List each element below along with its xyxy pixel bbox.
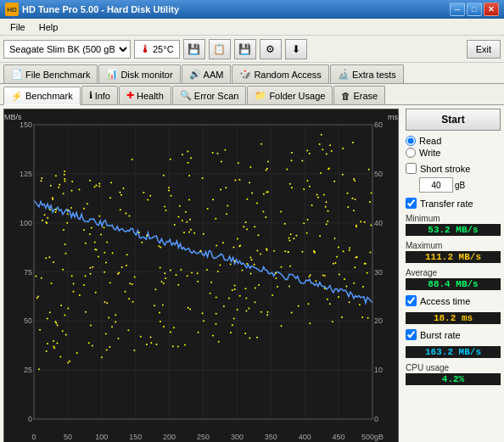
right-panel: Start Read Write Short stroke gB Transfe…: [402, 105, 504, 442]
minimum-value: 53.2 MB/s: [406, 224, 501, 236]
read-radio[interactable]: [406, 136, 416, 146]
write-label: Write: [419, 148, 440, 158]
file-benchmark-icon: 📄: [11, 69, 23, 80]
disk-monitor-icon: 📊: [106, 69, 118, 80]
toolbar-btn-1[interactable]: 💾: [183, 39, 205, 59]
maximum-value: 111.2 MB/s: [406, 251, 501, 263]
thermometer-icon: 🌡: [140, 42, 151, 55]
read-write-options: Read Write: [406, 136, 501, 158]
minimum-section: Minimum 53.2 MB/s: [406, 214, 501, 236]
short-stroke-label: Short stroke: [420, 164, 470, 174]
tab-random-access[interactable]: 🎲 Random Access: [232, 64, 328, 83]
tab-aam[interactable]: 🔊 AAM: [182, 64, 232, 83]
access-time-option[interactable]: Access time: [406, 295, 501, 306]
maximum-label: Maximum: [406, 241, 501, 250]
average-section: Average 88.4 MB/s: [406, 268, 501, 290]
close-button[interactable]: ✕: [484, 3, 499, 16]
average-value: 88.4 MB/s: [406, 278, 501, 290]
main-content: Start Read Write Short stroke gB Transfe…: [0, 105, 504, 442]
tab-erase[interactable]: 🗑 Erase: [333, 86, 385, 104]
burst-rate-label: Burst rate: [420, 330, 461, 340]
transfer-rate-option[interactable]: Transfer rate: [406, 198, 501, 209]
health-icon: ✚: [126, 90, 134, 101]
read-option[interactable]: Read: [406, 136, 501, 146]
tabs-row-2: ⚡ Benchmark ℹ Info ✚ Health 🔍 Error Scan…: [0, 84, 504, 105]
tab-file-benchmark[interactable]: 📄 File Benchmark: [3, 64, 98, 83]
minimum-label: Minimum: [406, 214, 501, 223]
toolbar-btn-5[interactable]: ⬇: [285, 39, 307, 59]
title-text: HD Tune Pro 5.00 - Hard Disk Utility: [22, 4, 450, 14]
burst-rate-value-section: 163.2 MB/s: [406, 345, 501, 358]
gB-spinbox[interactable]: [419, 177, 453, 193]
menu-help[interactable]: Help: [32, 20, 65, 34]
extra-tests-icon: 🔬: [338, 69, 350, 80]
write-option[interactable]: Write: [406, 148, 501, 158]
access-time-value: 18.2 ms: [406, 312, 501, 324]
write-radio[interactable]: [406, 148, 416, 158]
tabs-row-1: 📄 File Benchmark 📊 Disk monitor 🔊 AAM 🎲 …: [0, 63, 504, 84]
random-access-icon: 🎲: [239, 69, 251, 80]
tab-info[interactable]: ℹ Info: [81, 86, 118, 104]
toolbar-btn-4[interactable]: ⚙: [260, 39, 282, 59]
average-label: Average: [406, 268, 501, 277]
tab-extra-tests[interactable]: 🔬 Extra tests: [330, 64, 404, 83]
spinbox-container: gB: [419, 177, 501, 193]
short-stroke-option[interactable]: Short stroke: [406, 163, 501, 174]
tab-folder-usage[interactable]: 📁 Folder Usage: [247, 86, 333, 104]
access-time-checkbox[interactable]: [406, 295, 417, 306]
chart-area: [3, 109, 399, 442]
toolbar: Seagate Slim BK (500 gB) 🌡 25°C 💾 📋 💾 ⚙ …: [0, 36, 504, 63]
burst-rate-option[interactable]: Burst rate: [406, 329, 501, 340]
tab-benchmark[interactable]: ⚡ Benchmark: [3, 87, 81, 105]
transfer-rate-label: Transfer rate: [420, 199, 473, 209]
minimize-button[interactable]: ─: [450, 3, 465, 16]
cpu-usage-value: 4.2%: [406, 373, 501, 385]
maximum-section: Maximum 111.2 MB/s: [406, 241, 501, 263]
aam-icon: 🔊: [189, 69, 201, 80]
menu-file[interactable]: File: [3, 20, 32, 34]
tab-health[interactable]: ✚ Health: [119, 86, 171, 104]
gB-unit: gB: [455, 181, 465, 190]
error-scan-icon: 🔍: [180, 90, 192, 101]
app-icon: HD: [5, 3, 19, 16]
disk-select[interactable]: Seagate Slim BK (500 gB): [3, 40, 131, 59]
window-controls: ─ □ ✕: [450, 3, 499, 16]
cpu-usage-section: CPU usage 4.2%: [406, 363, 501, 385]
title-bar: HD HD Tune Pro 5.00 - Hard Disk Utility …: [0, 0, 504, 19]
access-time-value-section: 18.2 ms: [406, 311, 501, 324]
erase-icon: 🗑: [341, 91, 350, 101]
benchmark-chart: [4, 109, 398, 442]
read-label: Read: [419, 136, 441, 146]
access-time-label: Access time: [420, 296, 470, 306]
maximize-button[interactable]: □: [467, 3, 482, 16]
folder-usage-icon: 📁: [255, 90, 266, 101]
menu-bar: File Help: [0, 19, 504, 36]
temperature-display: 🌡 25°C: [134, 40, 180, 59]
exit-button[interactable]: Exit: [467, 40, 501, 59]
toolbar-btn-3[interactable]: 💾: [234, 39, 256, 59]
tab-error-scan[interactable]: 🔍 Error Scan: [172, 86, 247, 104]
temperature-value: 25°C: [153, 44, 174, 54]
tab-disk-monitor[interactable]: 📊 Disk monitor: [98, 64, 180, 83]
info-icon: ℹ: [89, 90, 92, 101]
short-stroke-checkbox[interactable]: [406, 163, 417, 174]
transfer-rate-checkbox[interactable]: [406, 198, 417, 209]
benchmark-icon: ⚡: [11, 91, 23, 102]
burst-rate-checkbox[interactable]: [406, 329, 417, 340]
burst-rate-value: 163.2 MB/s: [406, 346, 501, 358]
toolbar-btn-2[interactable]: 📋: [209, 39, 231, 59]
cpu-usage-label: CPU usage: [406, 363, 501, 372]
start-button[interactable]: Start: [406, 109, 501, 131]
